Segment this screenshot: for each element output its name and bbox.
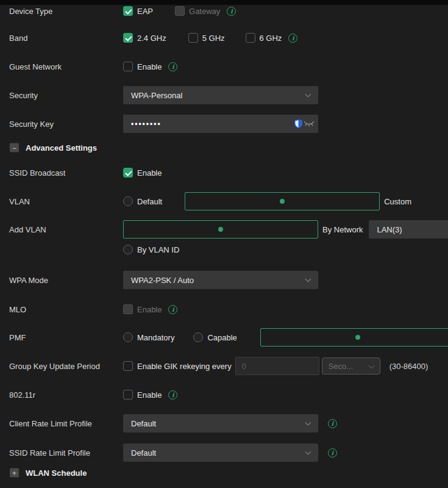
add-vlan-label: Add VLAN (9, 225, 46, 234)
pmf-mandatory-label: Mandatory (137, 333, 174, 342)
rekey-unit-select-value: Seco... (329, 362, 353, 371)
by-network-label: By Network (322, 225, 363, 234)
ssid-broadcast-checkbox[interactable] (123, 168, 133, 178)
band-24ghz-checkbox[interactable] (123, 33, 133, 43)
pmf-capable-label: Capable (207, 333, 236, 342)
ssid-rate-limit-label: SSID Rate Limit Profile (9, 448, 90, 458)
security-key-label: Security Key (9, 120, 54, 129)
dot11r-checkbox-label: Enable (137, 390, 162, 400)
wireless-network-settings-form: Device Type EAP Gateway i Band 2.4 GHz 5… (0, 0, 448, 488)
pmf-label: PMF (9, 333, 26, 342)
group-key-update-label: Group Key Update Period (9, 362, 100, 371)
security-key-input[interactable]: •••••••• (123, 115, 318, 133)
wpa-mode-select-value: WPA2-PSK / Auto (131, 276, 194, 285)
gateway-checkbox (175, 6, 185, 16)
eye-closed-icon[interactable] (304, 121, 315, 127)
ssid-broadcast-checkbox-label: Enable (137, 168, 162, 178)
band-6ghz-checkbox[interactable] (246, 33, 255, 43)
band-6ghz-label: 6 GHz (260, 34, 282, 43)
group-key-update-row: Group Key Update Period Enable GIK rekey… (0, 356, 448, 376)
band-24ghz-label: 2.4 GHz (137, 34, 166, 43)
pmf-mandatory-radio[interactable] (123, 332, 133, 342)
ssid-broadcast-label: SSID Broadcast (9, 168, 66, 178)
security-select-value: WPA-Personal (131, 91, 182, 100)
chevron-down-icon (305, 449, 311, 455)
wpa-mode-select[interactable]: WPA2-PSK / Auto (123, 271, 318, 289)
advanced-settings-section-toggle[interactable]: − Advanced Settings (0, 138, 448, 157)
chevron-down-icon (368, 363, 374, 369)
device-type-label: Device Type (9, 7, 52, 16)
by-vlan-id-row: By VLAN ID (0, 239, 448, 260)
password-manager-shield-icon[interactable] (294, 120, 302, 129)
ssid-rate-limit-select-value: Default (131, 448, 156, 458)
pmf-disable-radio[interactable] (260, 328, 448, 346)
ssid-rate-limit-select[interactable]: Default (123, 443, 318, 462)
expand-plus-icon[interactable]: + (10, 468, 19, 478)
vlan-row: VLAN Default Custom (0, 191, 448, 212)
by-network-radio[interactable] (123, 220, 318, 239)
wlan-schedule-title: WLAN Schedule (26, 468, 87, 478)
guest-network-label: Guest Network (9, 62, 62, 71)
by-vlan-id-label: By VLAN ID (137, 245, 179, 254)
ssid-rate-limit-info-icon[interactable]: i (328, 448, 337, 458)
band-5ghz-label: 5 GHz (202, 34, 225, 43)
wpa-mode-label: WPA Mode (9, 276, 48, 285)
ssid-rate-limit-row: SSID Rate Limit Profile Default i (0, 442, 448, 463)
client-rate-limit-select-value: Default (131, 419, 156, 428)
security-row: Security WPA-Personal (0, 85, 448, 106)
band-5ghz-checkbox[interactable] (188, 33, 198, 43)
mlo-checkbox (123, 304, 133, 314)
dot11r-info-icon[interactable]: i (168, 390, 177, 400)
client-rate-limit-select[interactable]: Default (123, 414, 318, 432)
vlan-label: VLAN (9, 197, 30, 206)
collapse-minus-icon[interactable]: − (10, 143, 19, 152)
client-rate-limit-label: Client Rate Limit Profile (9, 419, 92, 428)
security-key-row: Security Key •••••••• (0, 113, 448, 134)
add-vlan-row: Add VLAN By Network LAN(3) Manage LAN (0, 219, 448, 240)
advanced-settings-title: Advanced Settings (26, 143, 97, 152)
mlo-info-icon[interactable]: i (168, 305, 177, 314)
guest-network-checkbox[interactable] (123, 62, 133, 71)
eap-checkbox[interactable] (123, 6, 133, 16)
pmf-capable-radio[interactable] (193, 332, 203, 342)
wpa-mode-row: WPA Mode WPA2-PSK / Auto (0, 270, 448, 290)
security-select[interactable]: WPA-Personal (123, 86, 318, 104)
dot11r-checkbox[interactable] (123, 390, 133, 400)
guest-network-checkbox-label: Enable (137, 62, 162, 71)
dot11r-row: 802.11r Enable i (0, 384, 448, 405)
rekey-unit-select: Seco... (322, 357, 380, 375)
ssid-broadcast-row: SSID Broadcast Enable (0, 162, 448, 183)
pmf-row: PMF Mandatory Capable Disable (0, 327, 448, 348)
dot11r-label: 802.11r (9, 390, 35, 400)
vlan-default-label: Default (137, 197, 162, 206)
network-select[interactable]: LAN(3) (369, 220, 448, 239)
rekey-range-hint: (30-86400) (389, 362, 428, 371)
band-row: Band 2.4 GHz 5 GHz 6 GHz i (0, 27, 448, 48)
vlan-default-radio[interactable] (123, 196, 133, 206)
chevron-down-icon (305, 92, 311, 98)
band-info-icon[interactable]: i (288, 34, 297, 43)
vlan-custom-label: Custom (384, 197, 411, 206)
gik-rekeying-checkbox-label: Enable GIK rekeying every (137, 362, 232, 371)
eap-checkbox-label: EAP (137, 7, 153, 16)
wlan-schedule-section-toggle[interactable]: + WLAN Schedule (0, 464, 448, 482)
gik-rekeying-checkbox[interactable] (123, 361, 133, 371)
device-type-info-icon[interactable]: i (227, 7, 236, 16)
network-select-value: LAN(3) (377, 225, 402, 234)
client-rate-limit-info-icon[interactable]: i (328, 419, 337, 428)
security-label: Security (9, 91, 38, 100)
gateway-checkbox-label: Gateway (189, 7, 220, 16)
guest-network-info-icon[interactable]: i (168, 62, 177, 71)
client-rate-limit-row: Client Rate Limit Profile Default i (0, 413, 448, 434)
band-label: Band (9, 34, 27, 43)
mlo-label: MLO (9, 305, 26, 314)
mlo-checkbox-label: Enable (137, 305, 162, 314)
chevron-down-icon (305, 420, 311, 426)
guest-network-row: Guest Network Enable i (0, 56, 448, 77)
vlan-custom-radio[interactable] (185, 192, 380, 210)
security-key-masked-value: •••••••• (131, 120, 162, 128)
by-vlan-id-radio[interactable] (123, 245, 133, 254)
chevron-down-icon (305, 276, 311, 282)
rekey-interval-input[interactable] (235, 357, 319, 375)
mlo-row: MLO Enable i (0, 299, 448, 320)
